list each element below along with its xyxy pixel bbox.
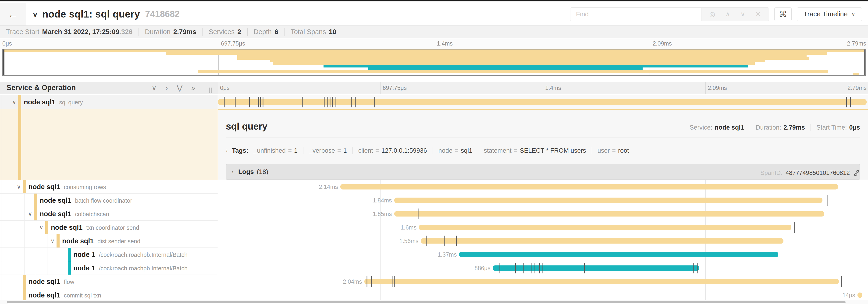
span-tree-item-txn-coordinator-send[interactable]: ∨node sql1txn coordinator send bbox=[0, 221, 218, 234]
back-arrow-icon: ← bbox=[8, 8, 18, 20]
panel-divider[interactable] bbox=[218, 95, 218, 302]
tag-equals: = bbox=[455, 147, 459, 154]
duration-label: Duration: bbox=[756, 124, 781, 131]
expand-chevron-icon[interactable]: ∨ bbox=[17, 183, 21, 190]
span-operation: sql query bbox=[59, 99, 83, 105]
scrollbar-thumb[interactable] bbox=[7, 301, 845, 303]
timeline-minimap[interactable] bbox=[2, 49, 866, 76]
span-operation: dist sender send bbox=[97, 238, 140, 244]
summary-label: Services bbox=[209, 28, 235, 36]
span-duration-bar[interactable] bbox=[218, 99, 867, 105]
span-row: ∨node sql1colbatchscan1.85ms bbox=[0, 207, 868, 221]
span-duration-bar[interactable] bbox=[419, 225, 792, 230]
span-duration-bar[interactable] bbox=[364, 279, 839, 284]
minimap-span-row bbox=[3, 49, 865, 52]
log-marker-tick bbox=[224, 97, 224, 107]
span-timeline-cell bbox=[218, 95, 868, 109]
find-input[interactable] bbox=[570, 8, 701, 21]
tags-expand-icon[interactable]: › bbox=[226, 147, 228, 154]
indent-guide bbox=[1, 248, 1, 261]
span-tree-item-commit-sql-txn[interactable]: node sql1commit sql txn bbox=[0, 289, 218, 302]
indent-guide bbox=[47, 234, 48, 247]
span-row: node sql1commit sql txn14μs bbox=[0, 289, 868, 302]
locate-icon[interactable]: ◎ bbox=[709, 11, 715, 18]
find-prev-icon[interactable]: ∧ bbox=[725, 11, 730, 18]
find-clear-icon[interactable]: ✕ bbox=[755, 11, 761, 18]
span-tree-item-dist-sender-send[interactable]: ∨node sql1dist sender send bbox=[0, 234, 218, 248]
span-tree-item-sql-query[interactable]: ∨node sql1sql query bbox=[0, 95, 218, 109]
span-operation: /cockroach.roachpb.Internal/Batch bbox=[99, 251, 187, 258]
logs-expand-icon[interactable]: › bbox=[232, 169, 234, 175]
split-header: Service & Operation ∨›⋁» 0μs697.75μs1.4m… bbox=[0, 82, 868, 94]
span-tree-item--cockroach-roachpb-internal-batch[interactable]: node 1/cockroach.roachpb.Internal/Batch bbox=[0, 261, 218, 275]
minimap-right-drag-handle[interactable] bbox=[864, 49, 865, 75]
span-duration-bar[interactable] bbox=[394, 211, 825, 217]
spanid-row: SpanID: 4877749850101760812 bbox=[760, 169, 860, 176]
span-duration-bar[interactable] bbox=[493, 266, 699, 271]
span-service: node sql1 bbox=[40, 196, 71, 204]
detail-divider bbox=[226, 138, 860, 138]
span-duration-bar[interactable] bbox=[340, 184, 838, 190]
indent-guide bbox=[13, 261, 13, 275]
keyboard-shortcuts-button[interactable]: ⌘ bbox=[774, 7, 792, 21]
tag-key: _unfinished bbox=[253, 147, 286, 154]
log-marker-tick bbox=[515, 263, 516, 273]
span-color-accent bbox=[23, 180, 26, 193]
expand-chevron-icon[interactable]: ∨ bbox=[39, 224, 43, 231]
expand-all-icon[interactable]: » bbox=[191, 84, 195, 91]
minimap-left-drag-handle[interactable] bbox=[3, 49, 4, 75]
deep-link-icon[interactable] bbox=[853, 170, 860, 176]
span-color-accent bbox=[23, 289, 26, 302]
span-row: ∨node sql1txn coordinator send1.6ms bbox=[0, 221, 868, 234]
trace-rows-area: ∨node sql1sql query sql query Service: n… bbox=[0, 95, 868, 302]
span-service: node sql1 bbox=[24, 98, 55, 105]
expand-chevron-icon[interactable]: ∨ bbox=[28, 211, 32, 217]
log-marker-tick bbox=[539, 263, 540, 273]
span-tree-item-colbatchscan[interactable]: ∨node sql1colbatchscan bbox=[0, 207, 218, 221]
trace-view-selector[interactable]: Trace Timeline ∨ bbox=[797, 7, 862, 21]
span-duration-label: 886μs bbox=[474, 265, 491, 272]
minimap-span-row bbox=[3, 70, 865, 73]
horizontal-scrollbar[interactable] bbox=[0, 300, 868, 304]
column-resize-grip[interactable] bbox=[209, 88, 212, 93]
span-operation: consuming rows bbox=[64, 183, 106, 190]
span-duration-label: 1.37ms bbox=[437, 251, 457, 258]
summary-item: Depth6 bbox=[254, 28, 278, 36]
page-title: node sql1: sql query bbox=[42, 9, 140, 20]
span-service: node 1 bbox=[73, 250, 95, 258]
summary-separator bbox=[202, 28, 203, 36]
span-duration-bar[interactable] bbox=[858, 293, 862, 298]
back-button[interactable]: ← bbox=[0, 3, 26, 26]
expand-chevron-icon[interactable]: ∨ bbox=[12, 99, 17, 105]
span-tree-item--cockroach-roachpb-internal-batch[interactable]: node 1/cockroach.roachpb.Internal/Batch bbox=[0, 248, 218, 261]
expand-one-icon[interactable]: › bbox=[165, 84, 168, 91]
span-duration-bar[interactable] bbox=[459, 252, 778, 257]
span-tree-item-consuming-rows[interactable]: ∨node sql1consuming rows bbox=[0, 180, 218, 194]
summary-separator bbox=[138, 28, 139, 36]
log-marker-tick bbox=[535, 263, 535, 273]
tags-row[interactable]: › Tags: _unfinished=1_verbose=1client=12… bbox=[226, 144, 860, 157]
find-next-icon[interactable]: ∨ bbox=[741, 11, 745, 18]
tag-item: _verbose=1 bbox=[303, 147, 352, 154]
span-tree-item-batch-flow-coordinator[interactable]: node sql1batch flow coordinator bbox=[0, 194, 218, 207]
timeline-ruler-label: 2.09ms bbox=[708, 85, 727, 91]
service-operation-title: Service & Operation bbox=[6, 83, 76, 92]
collapse-trace-icon[interactable]: ∨ bbox=[32, 10, 38, 18]
summary-separator bbox=[247, 28, 248, 36]
collapse-all-icon[interactable]: ⋁ bbox=[177, 84, 183, 91]
span-tree-item-flow[interactable]: node sql1flow bbox=[0, 275, 218, 289]
minimap-span-row bbox=[3, 67, 865, 70]
tag-key: client bbox=[358, 147, 373, 154]
collapse-one-icon[interactable]: ∨ bbox=[152, 84, 157, 91]
minimap-span-bar bbox=[166, 52, 827, 55]
span-color-accent bbox=[23, 275, 26, 288]
expand-chevron-icon[interactable]: ∨ bbox=[51, 238, 55, 244]
span-timeline-cell: 886μs bbox=[218, 261, 868, 275]
minimap-span-bar bbox=[197, 70, 828, 73]
log-marker-tick bbox=[371, 276, 372, 287]
span-detail-meta: Service: node sql1 Duration: 2.79ms Star… bbox=[689, 124, 860, 131]
minimap-span-row bbox=[3, 65, 865, 67]
span-duration-bar[interactable] bbox=[394, 198, 823, 203]
minimap-span-bar bbox=[3, 49, 865, 52]
span-duration-bar[interactable] bbox=[421, 238, 784, 244]
